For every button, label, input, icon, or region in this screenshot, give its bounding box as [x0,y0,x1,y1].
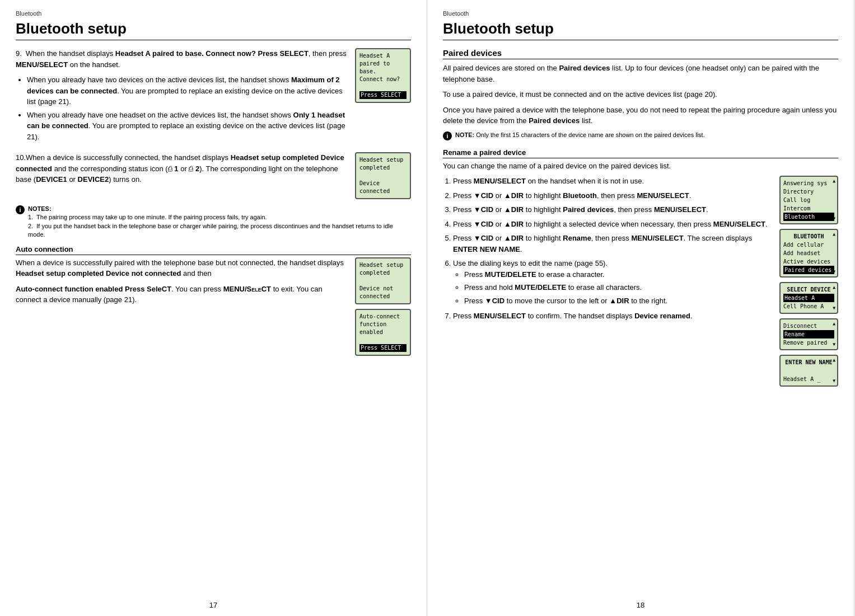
screen-hs-line2: completed [359,164,407,172]
ms3-selected: Headset A [783,294,834,302]
paired-note-content: Only the first 15 characters of the devi… [474,131,705,138]
screen-nc-line3 [359,277,407,285]
left-page-header: Bluetooth [16,10,411,17]
menu-screen4: ▲ ▼ Disconnect Rename Remove paired [779,318,838,350]
step9-para: 9. When the handset displays Headset A p… [16,48,349,70]
notes-section: i NOTES: 1. The pairing process may take… [16,205,411,239]
notes-text: NOTES: 1. The pairing process may take u… [28,205,411,239]
right-page-title: Bluetooth setup [443,20,838,40]
step10-section: 10.When a device is successfully connect… [16,152,411,199]
paired-title: Paired devices [443,48,838,59]
step10-para: 10.When a device is successfully connect… [16,152,349,185]
screen-hs-line4: Device [359,180,407,187]
step5-dir: ▲DIR [504,234,524,242]
step6-b1: Press MUTE/DELETE to erase a character. [464,269,774,280]
ms4-line1: Disconnect [783,322,834,330]
auto-para1: When a device is successfully paired wit… [16,257,349,279]
screen-ac-line1: Auto-connect [359,313,407,321]
scroll-down5: ▼ [833,378,835,384]
left-page-title: Bluetooth setup [16,20,411,40]
scroll-arrows4: ▲ ▼ [833,319,835,349]
right-page-header: Bluetooth [443,10,838,17]
step6-delete: MUTE/DELETE [485,270,536,279]
step10-bold: Headset setup completed Device connected [16,153,344,173]
screen-line3: Connect now? [359,76,407,83]
auto-para2: Auto-connect function enabled Press Sele… [16,284,349,305]
step9-text: 9. When the handset displays Headset A p… [16,48,349,147]
step10-dev2: DEVICE2 [78,175,109,184]
ms2-line3: Active devices [783,257,834,266]
step9-section: 9. When the handset displays Headset A p… [16,48,411,147]
step10-dev1: DEVICE1 [36,175,67,184]
rename-title: Rename a paired device [443,148,838,158]
step1-menu: MENU/SELECT [474,177,526,185]
auto-menu: MENU/SeleCT [223,285,271,293]
step6-bullets: Press MUTE/DELETE to erase a character. … [464,269,774,307]
step6-cid: ▼CID [485,297,504,305]
ms3-line2: Cell Phone A [783,302,834,311]
screen-hs-line3 [359,172,407,180]
rename-step3: Press ▼CID or ▲DIR to highlight Paired d… [453,204,774,215]
scroll-up2: ▲ [833,231,835,238]
note1: 1. The pairing process may take up to on… [28,214,267,220]
scroll-arrows2: ▲ ▼ [833,230,835,276]
step6-b3: Press ▼CID to move the cursor to the lef… [464,295,774,307]
page-number-right: 18 [637,601,644,609]
menu-screen2: ▲ ▼ BLUETOOTH Add cellular Add headset A… [779,229,838,278]
left-page: Bluetooth Bluetooth setup 9. When the ha… [0,0,427,616]
ms4-selected: Rename [783,330,834,338]
step4-cid: ▼CID [474,220,493,228]
screen-ac-line4 [359,336,407,344]
auto-title: Auto connection [16,245,411,255]
screen-auto-connect: Auto-connect function enabled Press SELE… [355,309,411,356]
step9-bullet2: When you already have one headset on the… [27,110,349,143]
ms1-line3: Call log [783,196,834,204]
step9-b1-bold: Maximum of 2 devices can be connected [27,76,340,95]
step3-cid: ▼CID [474,205,493,214]
ms2-selected: Paired devices [783,266,834,274]
ms3-title: SELECT DEVICE [783,285,834,294]
ms4-line3: Remove paired [783,338,834,347]
step9-bullet1: When you already have two devices on the… [27,74,349,107]
rename-step2: Press ▼CID or ▲DIR to highlight Bluetoot… [453,190,774,201]
step2-cid: ▼CID [474,191,493,200]
menu-screen1: ▲ ▼ Answering sys Directory Call log Int… [779,176,838,224]
step7-renamed: Device renamed [634,312,690,320]
screen-nc-line4: Device not [359,285,407,293]
rename-step5: Press ▼CID or ▲DIR to highlight Rename, … [453,233,774,255]
rename-section: Rename a paired device You can change th… [443,148,838,387]
auto-screens: Headset setup completed Device not conne… [355,257,411,356]
screen-ac-line2: function [359,321,407,328]
screen-line4 [359,83,407,91]
screen-not-connected: Headset setup completed Device not conne… [355,257,411,304]
right-page: Bluetooth Bluetooth setup Paired devices… [427,0,854,616]
step9-screens: Headset A paired to base. Connect now? P… [355,48,411,103]
ms1-line1: Answering sys [783,179,834,187]
screen-nc-line5: connected [359,293,407,300]
paired-para3: Once you have paired a device with the t… [443,105,838,126]
auto-connection-section: Auto connection When a device is success… [16,245,411,356]
step6-delete2: MUTE/DELETE [515,283,566,291]
step6-b2: Press and hold MUTE/DELETE to erase all … [464,282,774,293]
rename-step4: Press ▼CID or ▲DIR to highlight a select… [453,219,774,230]
step5-cid: ▼CID [474,234,493,242]
ms2-title: BLUETOOTH [783,232,834,241]
step3-pd: Paired devices [563,205,614,214]
paired-note-label: NOTE: [455,131,474,138]
step5-rename: Rename [563,234,591,242]
note2: 2. If you put the handset back in the te… [28,223,393,238]
ms1-line4: Intercom [783,204,834,213]
paired-bold1: Paired devices [559,64,610,72]
auto-bold2: Auto-connect function enabled Press Sele… [16,285,171,293]
paired-devices-section: Paired devices All paired devices are st… [443,48,838,140]
scroll-up5: ▲ [833,357,835,364]
rename-intro: You can change the name of a paired devi… [443,161,838,172]
paired-note-text: NOTE: Only the first 15 characters of th… [455,131,838,139]
step3-menu: MENU/SELECT [654,205,706,214]
rename-steps: Press MENU/SELECT on the handset when it… [443,176,774,327]
auto-content: When a device is successfully paired wit… [16,257,411,356]
scroll-arrows1: ▲ ▼ [833,177,835,223]
scroll-up1: ▲ [833,178,835,185]
scroll-down1: ▼ [833,215,835,222]
step9-bold: Headset A paired to base. Connect now? P… [115,49,309,58]
